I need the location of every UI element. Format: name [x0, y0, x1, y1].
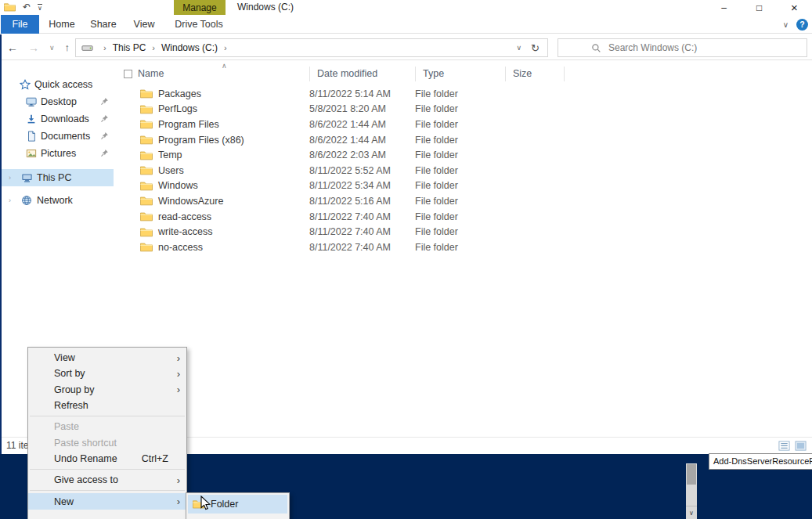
breadcrumb-chevron-icon[interactable]: ›	[147, 43, 160, 52]
file-row-9[interactable]: write-access 8/11/2022 7:40 AM File fold…	[114, 224, 812, 240]
sidebar-item-network[interactable]: › Network	[0, 192, 114, 208]
folder-icon	[140, 150, 153, 160]
qat-undo-icon[interactable]: ↶	[23, 0, 31, 15]
help-icon[interactable]: ?	[796, 19, 808, 31]
back-icon[interactable]: ←	[7, 41, 18, 54]
submenu-item-label: Folder	[211, 499, 238, 510]
sidebar-item-label: Pictures	[41, 148, 76, 159]
breadcrumb-chevron-icon[interactable]: ›	[219, 43, 232, 52]
file-row-6[interactable]: Windows 8/11/2022 5:34 AM File folder	[114, 178, 812, 194]
file-row-4[interactable]: Temp 8/6/2022 2:03 AM File folder	[114, 147, 812, 163]
folder-icon	[140, 211, 153, 222]
file-row-3[interactable]: Program Files (x86) 8/6/2022 1:44 AM Fil…	[114, 132, 812, 148]
context-menu-item-9[interactable]: Give access to ›	[28, 472, 186, 488]
explorer-app-icon[interactable]	[4, 1, 16, 15]
column-divider[interactable]	[309, 67, 310, 81]
background-window-label: Add-DnsServerResourceRe	[709, 453, 812, 470]
column-header-type[interactable]: Type	[423, 68, 444, 79]
address-dropdown-icon[interactable]: ∨	[507, 44, 532, 52]
large-icons-view-icon[interactable]	[795, 440, 807, 454]
scrollbar-thumb[interactable]	[687, 464, 696, 485]
file-type: File folder	[415, 196, 505, 207]
tab-home[interactable]: Home	[43, 15, 81, 34]
file-row-5[interactable]: Users 8/11/2022 5:52 AM File folder	[114, 163, 812, 178]
file-rows: Packages 8/11/2022 5:14 AM File folder P…	[114, 86, 812, 255]
column-header-size[interactable]: Size	[513, 68, 532, 79]
this-pc-icon	[21, 172, 33, 183]
context-menu-item-5: Paste ›	[28, 419, 186, 434]
column-divider[interactable]	[564, 67, 565, 81]
console-scrollbar[interactable]: ∨	[686, 463, 697, 519]
ribbon-expand-icon[interactable]: ∨	[783, 20, 789, 29]
tree-chevron-icon[interactable]: ›	[9, 174, 11, 182]
sidebar-item-downloads[interactable]: Downloads	[0, 110, 114, 127]
sidebar-item-pictures[interactable]: Pictures	[0, 145, 114, 161]
file-row-1[interactable]: PerfLogs 5/8/2021 8:20 AM File folder	[114, 102, 812, 117]
folder-icon	[140, 88, 153, 99]
breadcrumb-this-pc[interactable]: This PC	[111, 42, 148, 53]
ribbon-tab-row: File Home Share View Drive Tools ∨ ?	[0, 15, 812, 34]
file-row-10[interactable]: no-access 8/11/2022 7:40 AM File folder	[114, 240, 812, 255]
search-icon	[591, 43, 601, 53]
sidebar-item-this-pc[interactable]: › This PC	[0, 169, 114, 186]
desktop-icon	[26, 96, 37, 107]
file-row-7[interactable]: WindowsAzure 8/11/2022 5:16 AM File fold…	[114, 193, 812, 209]
tab-share[interactable]: Share	[83, 15, 124, 34]
sidebar-item-desktop[interactable]: Desktop	[0, 93, 114, 110]
search-input[interactable]: Search Windows (C:)	[558, 38, 807, 57]
column-headers: Name ∧ Date modified Type Size	[114, 66, 812, 82]
file-type: File folder	[415, 180, 505, 191]
search-placeholder: Search Windows (C:)	[608, 42, 697, 53]
sidebar-item-quick-access[interactable]: Quick access	[0, 76, 114, 92]
context-menu-item-11[interactable]: New ›	[28, 493, 186, 509]
column-header-name[interactable]: Name	[138, 68, 164, 79]
maximize-button[interactable]: □	[742, 0, 777, 15]
address-bar[interactable]: › This PC › Windows (C:) › ∨ ↻	[75, 38, 548, 57]
file-list-pane: Name ∧ Date modified Type Size	[114, 60, 812, 437]
file-row-0[interactable]: Packages 8/11/2022 5:14 AM File folder	[114, 86, 812, 102]
context-menu-separator: ›	[28, 488, 186, 493]
folder-icon	[140, 119, 153, 129]
file-type: File folder	[415, 165, 505, 176]
file-row-2[interactable]: Program Files 8/6/2022 1:44 AM File fold…	[114, 117, 812, 132]
file-name: no-access	[158, 242, 203, 253]
qat-customize-icon[interactable]: ∨	[38, 4, 42, 12]
manage-contextual-tab[interactable]: Manage	[174, 0, 226, 15]
sidebar-item-documents[interactable]: Documents	[0, 128, 114, 144]
minimize-button[interactable]: –	[706, 0, 742, 15]
recent-locations-chevron-icon[interactable]: ∨	[49, 44, 55, 52]
context-menu-item-7[interactable]: Undo Rename Ctrl+Z ›	[28, 451, 186, 467]
column-divider[interactable]	[505, 67, 506, 81]
context-menu-item-0[interactable]: View ›	[28, 350, 186, 366]
folder-icon	[140, 242, 153, 252]
menu-item-label: Give access to	[54, 474, 172, 485]
mouse-cursor	[200, 496, 211, 514]
column-divider[interactable]	[415, 67, 416, 81]
file-name: Windows	[158, 180, 198, 191]
column-header-date-modified[interactable]: Date modified	[317, 68, 377, 79]
context-menu-item-1[interactable]: Sort by ›	[28, 366, 186, 381]
quick-access-toolbar: ↶ ∨	[4, 0, 42, 15]
up-icon[interactable]: ↑	[65, 41, 70, 53]
select-all-checkbox[interactable]	[124, 70, 132, 78]
scrollbar-down-arrow-icon[interactable]: ∨	[686, 506, 697, 519]
file-date-modified: 8/11/2022 5:16 AM	[309, 196, 415, 207]
window-controls: – □ ×	[706, 0, 812, 15]
file-date-modified: 8/11/2022 7:40 AM	[309, 211, 415, 222]
context-menu-item-2[interactable]: Group by ›	[28, 382, 186, 398]
file-name: WindowsAzure	[158, 196, 223, 207]
submenu-arrow-icon: ›	[172, 368, 180, 380]
refresh-icon[interactable]: ↻	[531, 42, 547, 54]
context-menu-item-3[interactable]: Refresh ›	[28, 398, 186, 413]
details-view-icon[interactable]	[778, 440, 790, 454]
file-row-8[interactable]: read-access 8/11/2022 7:40 AM File folde…	[114, 209, 812, 225]
tab-file[interactable]: File	[1, 15, 39, 34]
tab-drive-tools[interactable]: Drive Tools	[165, 15, 233, 34]
tree-chevron-icon[interactable]: ›	[9, 196, 11, 204]
menu-item-label: View	[54, 352, 172, 363]
close-button[interactable]: ×	[777, 0, 812, 15]
tab-view[interactable]: View	[126, 15, 162, 34]
breadcrumb-windows-c[interactable]: Windows (C:)	[160, 42, 219, 53]
folder-icon	[140, 165, 153, 175]
menu-item-label: New	[54, 496, 172, 507]
